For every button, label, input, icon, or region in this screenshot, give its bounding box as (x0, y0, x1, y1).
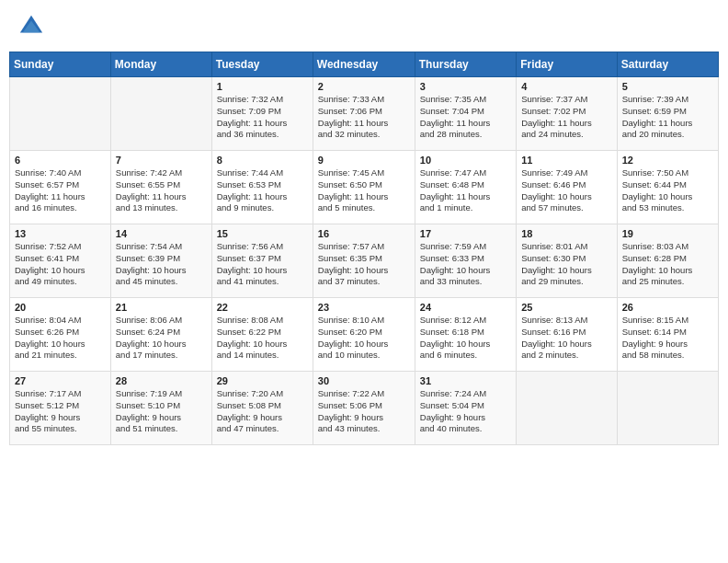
day-detail: Sunrise: 7:17 AM Sunset: 5:12 PM Dayligh… (15, 388, 106, 435)
calendar-cell: 14Sunrise: 7:54 AM Sunset: 6:39 PM Dayli… (110, 224, 211, 298)
day-number: 1 (217, 81, 308, 92)
day-detail: Sunrise: 7:24 AM Sunset: 5:04 PM Dayligh… (420, 388, 511, 435)
day-detail: Sunrise: 7:35 AM Sunset: 7:04 PM Dayligh… (420, 94, 511, 141)
day-detail: Sunrise: 7:37 AM Sunset: 7:02 PM Dayligh… (521, 94, 612, 141)
day-number: 23 (318, 302, 410, 313)
calendar-cell: 6Sunrise: 7:40 AM Sunset: 6:57 PM Daylig… (10, 151, 111, 224)
calendar-cell (517, 372, 618, 445)
weekday-header-monday: Monday (110, 52, 211, 77)
calendar-cell: 24Sunrise: 8:12 AM Sunset: 6:18 PM Dayli… (415, 298, 516, 372)
day-number: 5 (622, 81, 713, 92)
day-number: 6 (15, 155, 106, 166)
weekday-header-friday: Friday (517, 52, 618, 77)
day-number: 21 (116, 302, 207, 313)
week-row-5: 27Sunrise: 7:17 AM Sunset: 5:12 PM Dayli… (10, 372, 719, 445)
day-detail: Sunrise: 7:54 AM Sunset: 6:39 PM Dayligh… (116, 241, 207, 288)
day-detail: Sunrise: 8:01 AM Sunset: 6:30 PM Dayligh… (521, 241, 612, 288)
logo (18, 14, 48, 40)
calendar-cell: 11Sunrise: 7:49 AM Sunset: 6:46 PM Dayli… (517, 151, 618, 224)
week-row-4: 20Sunrise: 8:04 AM Sunset: 6:26 PM Dayli… (10, 298, 719, 372)
calendar-cell (10, 77, 111, 151)
calendar-cell: 1Sunrise: 7:32 AM Sunset: 7:09 PM Daylig… (211, 77, 313, 151)
day-number: 18 (521, 228, 612, 239)
day-detail: Sunrise: 7:44 AM Sunset: 6:53 PM Dayligh… (217, 167, 308, 214)
weekday-header-saturday: Saturday (617, 52, 718, 77)
day-detail: Sunrise: 7:42 AM Sunset: 6:55 PM Dayligh… (116, 167, 207, 214)
day-number: 4 (521, 81, 612, 92)
calendar-cell: 16Sunrise: 7:57 AM Sunset: 6:35 PM Dayli… (313, 224, 415, 298)
day-number: 15 (217, 228, 308, 239)
calendar-cell: 18Sunrise: 8:01 AM Sunset: 6:30 PM Dayli… (517, 224, 618, 298)
day-detail: Sunrise: 7:56 AM Sunset: 6:37 PM Dayligh… (217, 241, 308, 288)
week-row-2: 6Sunrise: 7:40 AM Sunset: 6:57 PM Daylig… (10, 151, 719, 224)
calendar-cell: 19Sunrise: 8:03 AM Sunset: 6:28 PM Dayli… (617, 224, 718, 298)
day-number: 14 (116, 228, 207, 239)
day-number: 8 (217, 155, 308, 166)
calendar-cell: 4Sunrise: 7:37 AM Sunset: 7:02 PM Daylig… (517, 77, 618, 151)
day-number: 12 (622, 155, 713, 166)
weekday-header-row: SundayMondayTuesdayWednesdayThursdayFrid… (10, 52, 719, 77)
day-detail: Sunrise: 8:12 AM Sunset: 6:18 PM Dayligh… (420, 315, 511, 362)
day-number: 24 (420, 302, 511, 313)
calendar-cell: 28Sunrise: 7:19 AM Sunset: 5:10 PM Dayli… (110, 372, 211, 445)
day-detail: Sunrise: 7:39 AM Sunset: 6:59 PM Dayligh… (622, 94, 713, 141)
calendar-cell: 21Sunrise: 8:06 AM Sunset: 6:24 PM Dayli… (110, 298, 211, 372)
day-number: 2 (318, 81, 410, 92)
day-detail: Sunrise: 7:22 AM Sunset: 5:06 PM Dayligh… (318, 388, 410, 435)
calendar-cell: 5Sunrise: 7:39 AM Sunset: 6:59 PM Daylig… (617, 77, 718, 151)
day-detail: Sunrise: 7:52 AM Sunset: 6:41 PM Dayligh… (15, 241, 106, 288)
day-number: 10 (420, 155, 511, 166)
calendar-cell: 13Sunrise: 7:52 AM Sunset: 6:41 PM Dayli… (10, 224, 111, 298)
day-detail: Sunrise: 8:03 AM Sunset: 6:28 PM Dayligh… (622, 241, 713, 288)
calendar-cell: 26Sunrise: 8:15 AM Sunset: 6:14 PM Dayli… (617, 298, 718, 372)
calendar-cell: 12Sunrise: 7:50 AM Sunset: 6:44 PM Dayli… (617, 151, 718, 224)
calendar-cell: 17Sunrise: 7:59 AM Sunset: 6:33 PM Dayli… (415, 224, 516, 298)
calendar-cell: 23Sunrise: 8:10 AM Sunset: 6:20 PM Dayli… (313, 298, 415, 372)
calendar-cell: 20Sunrise: 8:04 AM Sunset: 6:26 PM Dayli… (10, 298, 111, 372)
calendar-cell: 27Sunrise: 7:17 AM Sunset: 5:12 PM Dayli… (10, 372, 111, 445)
week-row-3: 13Sunrise: 7:52 AM Sunset: 6:41 PM Dayli… (10, 224, 719, 298)
calendar-cell: 10Sunrise: 7:47 AM Sunset: 6:48 PM Dayli… (415, 151, 516, 224)
day-detail: Sunrise: 7:50 AM Sunset: 6:44 PM Dayligh… (622, 167, 713, 214)
calendar-cell (617, 372, 718, 445)
day-number: 25 (521, 302, 612, 313)
day-detail: Sunrise: 7:59 AM Sunset: 6:33 PM Dayligh… (420, 241, 511, 288)
day-number: 19 (622, 228, 713, 239)
day-detail: Sunrise: 8:04 AM Sunset: 6:26 PM Dayligh… (15, 315, 106, 362)
week-row-1: 1Sunrise: 7:32 AM Sunset: 7:09 PM Daylig… (10, 77, 719, 151)
day-number: 31 (420, 375, 511, 386)
calendar-cell: 7Sunrise: 7:42 AM Sunset: 6:55 PM Daylig… (110, 151, 211, 224)
day-number: 17 (420, 228, 511, 239)
day-detail: Sunrise: 7:19 AM Sunset: 5:10 PM Dayligh… (116, 388, 207, 435)
day-number: 29 (217, 375, 308, 386)
day-detail: Sunrise: 8:13 AM Sunset: 6:16 PM Dayligh… (521, 315, 612, 362)
day-detail: Sunrise: 7:32 AM Sunset: 7:09 PM Dayligh… (217, 94, 308, 141)
day-detail: Sunrise: 7:45 AM Sunset: 6:50 PM Dayligh… (318, 167, 410, 214)
calendar-cell: 2Sunrise: 7:33 AM Sunset: 7:06 PM Daylig… (313, 77, 415, 151)
day-number: 22 (217, 302, 308, 313)
day-number: 30 (318, 375, 410, 386)
calendar-cell: 29Sunrise: 7:20 AM Sunset: 5:08 PM Dayli… (211, 372, 313, 445)
calendar-table: SundayMondayTuesdayWednesdayThursdayFrid… (9, 52, 719, 445)
page-header (9, 9, 719, 44)
weekday-header-wednesday: Wednesday (313, 52, 415, 77)
day-detail: Sunrise: 8:06 AM Sunset: 6:24 PM Dayligh… (116, 315, 207, 362)
day-number: 28 (116, 375, 207, 386)
weekday-header-tuesday: Tuesday (211, 52, 313, 77)
calendar-cell: 30Sunrise: 7:22 AM Sunset: 5:06 PM Dayli… (313, 372, 415, 445)
day-number: 11 (521, 155, 612, 166)
day-detail: Sunrise: 7:20 AM Sunset: 5:08 PM Dayligh… (217, 388, 308, 435)
day-number: 9 (318, 155, 410, 166)
calendar-cell (110, 77, 211, 151)
day-detail: Sunrise: 7:33 AM Sunset: 7:06 PM Dayligh… (318, 94, 410, 141)
day-number: 13 (15, 228, 106, 239)
day-number: 3 (420, 81, 511, 92)
weekday-header-sunday: Sunday (10, 52, 111, 77)
calendar-cell: 9Sunrise: 7:45 AM Sunset: 6:50 PM Daylig… (313, 151, 415, 224)
logo-icon (18, 14, 44, 40)
calendar-cell: 25Sunrise: 8:13 AM Sunset: 6:16 PM Dayli… (517, 298, 618, 372)
day-number: 7 (116, 155, 207, 166)
day-detail: Sunrise: 7:57 AM Sunset: 6:35 PM Dayligh… (318, 241, 410, 288)
calendar-cell: 31Sunrise: 7:24 AM Sunset: 5:04 PM Dayli… (415, 372, 516, 445)
day-number: 20 (15, 302, 106, 313)
